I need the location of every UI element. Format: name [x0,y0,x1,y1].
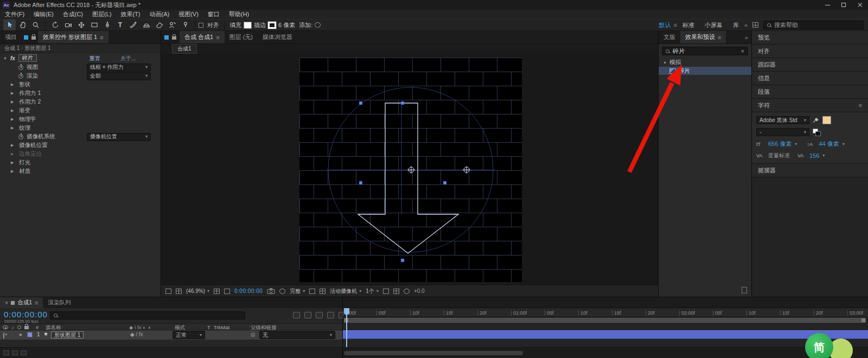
tab-render-queue[interactable]: 渲染队列 [43,297,75,308]
expand-triangle-icon[interactable]: ▶ [11,108,16,113]
stopwatch-icon[interactable] [18,74,23,79]
font-style-select[interactable]: -▾ [756,128,809,136]
expand-triangle-icon[interactable]: ▶ [11,91,16,95]
snapshot-camera-icon[interactable] [267,288,275,294]
collapse-triangle-icon[interactable]: ▼ [3,56,7,60]
mini-flowchart-icon[interactable] [176,289,182,294]
camera-system-select[interactable]: 摄像机位置▾ [87,133,151,141]
panel-flyout-icon[interactable] [742,287,747,293]
presets-search-input[interactable]: 碎片 × [662,47,748,55]
font-size-value[interactable]: 656 像素 [768,140,792,148]
composition-canvas[interactable] [299,57,522,282]
text-color-swatch[interactable] [822,116,831,124]
add-label[interactable]: 添加: [299,21,312,29]
camera-view-select[interactable]: 活动摄像机▾ [330,287,361,295]
effect-header-shatter[interactable]: ▼ fx 碎片 重置 关于... [0,53,161,63]
draft-3d-icon[interactable] [304,312,311,318]
roto-brush-tool[interactable] [166,20,178,30]
tracking-value[interactable]: 156 [809,152,819,159]
workspace-default[interactable]: 默认 [659,21,671,29]
menu-layer[interactable]: 图层(L) [92,10,111,18]
pan-behind-tool[interactable] [75,20,87,30]
layer-name[interactable]: 形状图层 1 [51,331,84,338]
collapse-triangle-icon[interactable]: ▼ [663,61,667,65]
workspace-libraries[interactable]: 库 [733,21,739,29]
timeline-search-input[interactable] [50,311,245,319]
stroke-width-value[interactable]: 6 像素 [278,21,295,29]
comp-chip[interactable]: 合成1 [172,44,197,54]
layer-switches[interactable]: ◆ / fx [130,331,143,337]
stroke-label[interactable]: 描边 [254,21,266,29]
menu-edit[interactable]: 编辑(E) [34,10,54,18]
maximize-button[interactable] [835,0,852,10]
ime-language-badge[interactable]: 简 [805,333,833,358]
close-tab-icon[interactable]: × [5,299,8,306]
view-select[interactable]: 线框 + 作用力▾ [87,63,151,72]
pixel-aspect-icon[interactable] [383,289,389,294]
param-group-force1[interactable]: ▶作用力 1 [0,89,161,98]
workspace-bar-icon[interactable] [752,22,758,28]
menu-window[interactable]: 窗口 [208,10,220,18]
pen-tool[interactable] [101,20,113,30]
type-tool[interactable]: T [114,20,126,30]
panel-header-tracker[interactable]: 跟踪器 [752,58,868,72]
selection-tool[interactable] [3,20,16,30]
workspace-small-screen[interactable]: 小屏幕 [705,21,723,29]
preset-category-simulation[interactable]: ▼ 模拟 [659,58,751,67]
fill-color-swatch[interactable] [244,22,252,29]
transparency-grid-icon[interactable] [320,289,326,294]
expand-triangle-icon[interactable]: ▶ [11,169,16,174]
expand-triangle-icon[interactable]: ▶ [11,126,16,130]
stopwatch-icon[interactable] [18,135,23,139]
param-group-lighting[interactable]: ▶灯光 [0,158,161,167]
clear-search-icon[interactable]: × [741,48,744,54]
tab-overflow[interactable]: » [742,31,751,43]
pickwhip-icon[interactable]: ◎ [251,331,256,337]
menu-composition[interactable]: 合成(C) [63,10,83,18]
panel-menu-icon[interactable]: ≡ [859,102,862,108]
tab-media-browser[interactable]: 媒体浏览器 [258,31,297,43]
column-number[interactable]: # [36,324,39,330]
param-group-textures[interactable]: ▶纹理 [0,124,161,132]
timeline-scrollbar[interactable] [343,347,868,358]
font-family-select[interactable]: Adobe 黑体 Std▾ [756,116,809,124]
param-group-force2[interactable]: ▶作用力 2 [0,98,161,106]
tab-project[interactable]: 项目 [0,31,22,43]
frame-blending-icon[interactable] [327,312,334,318]
parent-select[interactable]: 无▾ [259,331,335,339]
reset-effect-link[interactable]: 重置 [90,55,100,62]
magnification-select[interactable]: (46.9%)▾ [186,288,209,294]
minimize-button[interactable] [819,0,835,10]
panel-header-character[interactable]: 字符 ≡ [752,99,868,112]
puppet-pin-tool[interactable] [179,20,192,30]
fast-previews-icon[interactable] [393,289,399,294]
exposure-icon[interactable] [404,289,410,294]
lock-icon[interactable] [31,36,36,40]
fill-label[interactable]: 填充 [229,21,241,29]
expand-triangle-icon[interactable]: ▶ [11,82,16,87]
close-button[interactable] [852,0,868,10]
playhead[interactable] [344,308,349,347]
tab-effects-presets[interactable]: 效果和预设 ≡ [680,31,726,43]
stopwatch-icon[interactable] [18,65,23,70]
camera-tool[interactable] [62,20,74,30]
show-channel-icon[interactable] [279,289,285,294]
rotation-tool[interactable] [49,20,61,30]
workspace-overflow-icon[interactable]: » [744,22,748,28]
tab-effect-controls[interactable]: 效果控件 形状图层 1 ≡ [38,31,108,43]
leading-value[interactable]: 44 像素 [819,140,839,148]
menu-effect[interactable]: 效果(T) [120,10,140,18]
resolution-select[interactable]: 完整▾ [290,287,305,295]
preset-item-shatter[interactable]: 碎片 [659,67,751,75]
layer-expand-triangle-icon[interactable]: ▶ [20,333,24,337]
menu-view[interactable]: 视图(V) [178,10,199,18]
workspace-standard[interactable]: 标准 [682,21,694,29]
menu-animation[interactable]: 动画(A) [150,10,170,18]
preview-monitor-icon[interactable] [165,289,171,294]
expand-triangle-icon[interactable]: ▶ [11,143,16,148]
param-group-gradient[interactable]: ▶渐变 [0,106,161,115]
menu-file[interactable]: 文件(F) [5,10,24,18]
fx-badge[interactable]: fx [10,55,15,61]
panel-menu-icon[interactable]: ≡ [100,34,103,41]
add-options-icon[interactable] [315,22,321,28]
